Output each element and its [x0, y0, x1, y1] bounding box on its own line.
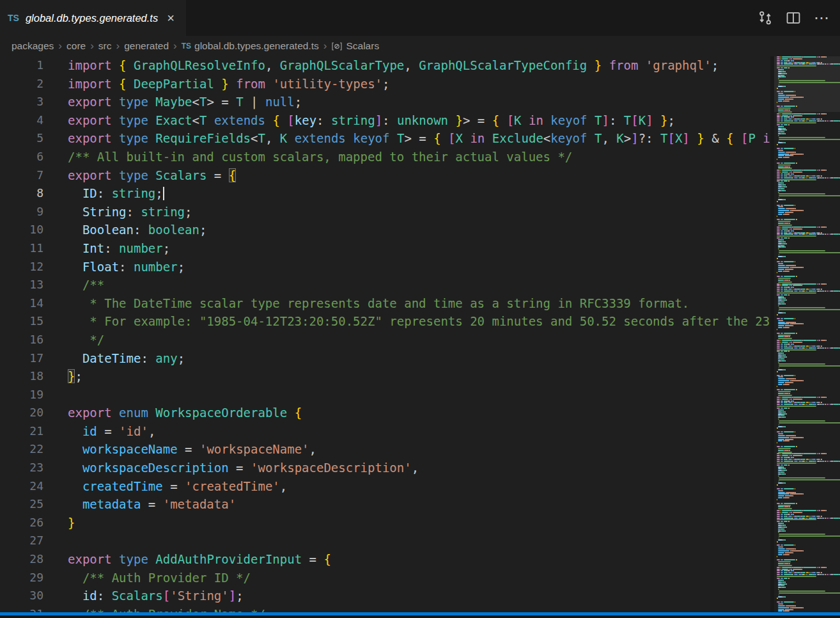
code-text: workspaceDescription = 'workspaceDescrip… — [68, 459, 419, 477]
code-text: Float: number; — [68, 258, 185, 276]
breadcrumb: packages › core › src › generated › TS g… — [0, 36, 840, 56]
line-number[interactable]: 8 — [0, 184, 43, 203]
line-number[interactable]: 15 — [0, 312, 43, 331]
typescript-file-icon: TS — [8, 13, 19, 23]
line-number[interactable]: 13 — [0, 276, 43, 294]
code-line[interactable]: 31 /** Auth Provider Name */ — [0, 605, 770, 612]
code-line[interactable]: 22 workspaceName = 'workspaceName', — [0, 440, 770, 459]
split-editor-icon — [786, 10, 801, 26]
code-line[interactable]: 2import { DeepPartial } from 'utility-ty… — [0, 75, 770, 93]
breadcrumb-item-packages[interactable]: packages — [12, 40, 54, 52]
code-line[interactable]: 14 * The DateTime scalar type represents… — [0, 294, 770, 313]
code-text: } — [68, 514, 75, 532]
line-number[interactable]: 20 — [0, 404, 43, 422]
breadcrumb-item-file[interactable]: TS global.db.types.generated.ts — [182, 40, 319, 52]
line-number[interactable]: 18 — [0, 367, 43, 386]
code-text: export type Maybe<T> = T | null; — [68, 93, 302, 111]
line-number[interactable]: 21 — [0, 422, 43, 441]
line-number[interactable]: 24 — [0, 477, 43, 496]
line-number[interactable]: 29 — [0, 569, 43, 587]
code-line[interactable]: 11 Int: number; — [0, 239, 770, 258]
line-number[interactable]: 31 — [0, 605, 43, 612]
code-line[interactable]: 23 workspaceDescription = 'workspaceDesc… — [0, 459, 770, 477]
line-number[interactable]: 17 — [0, 349, 43, 368]
line-number[interactable]: 9 — [0, 203, 43, 221]
code-line[interactable]: 10 Boolean: boolean; — [0, 221, 770, 239]
code-text: Int: number; — [68, 239, 170, 258]
line-number[interactable]: 3 — [0, 93, 43, 111]
line-number[interactable]: 19 — [0, 386, 43, 404]
line-number[interactable]: 2 — [0, 75, 43, 93]
open-changes-button[interactable] — [758, 10, 773, 26]
line-number[interactable]: 7 — [0, 166, 43, 185]
code-line[interactable]: 18}; — [0, 367, 770, 386]
line-number[interactable]: 23 — [0, 459, 43, 477]
code-text: * For example: "1985-04-12T23:20:50.52Z"… — [68, 312, 770, 331]
code-line[interactable]: 30 id: Scalars['String']; — [0, 587, 770, 605]
code-line[interactable]: 12 Float: number; — [0, 258, 770, 276]
code-line[interactable]: 8 ID: string; — [0, 184, 770, 203]
minimap-slider[interactable] — [774, 56, 840, 112]
tab-global-db-types-generated[interactable]: TS global.db.types.generated.ts × — [0, 0, 186, 36]
code-line[interactable]: 16 */ — [0, 331, 770, 349]
line-number[interactable]: 28 — [0, 550, 43, 569]
split-editor-button[interactable] — [786, 10, 801, 26]
code-text: metadata = 'metadata' — [68, 495, 236, 514]
line-number[interactable]: 30 — [0, 587, 43, 605]
more-actions-icon: ⋯ — [814, 10, 830, 26]
code-line[interactable]: 15 * For example: "1985-04-12T23:20:50.5… — [0, 312, 770, 331]
line-number[interactable]: 25 — [0, 495, 43, 514]
code-line[interactable]: 9 String: string; — [0, 203, 770, 221]
line-number[interactable]: 4 — [0, 111, 43, 130]
line-number[interactable]: 12 — [0, 258, 43, 276]
code-line[interactable]: 17 DateTime: any; — [0, 349, 770, 368]
minimap[interactable] — [770, 56, 840, 612]
code-line[interactable]: 5export type RequireFields<T, K extends … — [0, 129, 770, 148]
breadcrumb-item-core[interactable]: core — [66, 40, 86, 52]
chevron-right-icon: › — [86, 40, 98, 52]
code-line[interactable]: 1import { GraphQLResolveInfo, GraphQLSca… — [0, 56, 770, 75]
code-text: import { GraphQLResolveInfo, GraphQLScal… — [68, 56, 719, 75]
editor[interactable]: 1import { GraphQLResolveInfo, GraphQLSca… — [0, 56, 770, 612]
code-text: id: Scalars['String']; — [68, 587, 244, 605]
code-line[interactable]: 28export type AddAuthProviderInput = { — [0, 550, 770, 569]
code-line[interactable]: 7export type Scalars = { — [0, 166, 770, 185]
line-number[interactable]: 22 — [0, 440, 43, 459]
line-number[interactable]: 1 — [0, 56, 43, 75]
code-text: ID: string; — [68, 184, 164, 203]
more-actions-button[interactable]: ⋯ — [814, 10, 830, 26]
text-cursor — [163, 187, 164, 200]
line-number[interactable]: 27 — [0, 532, 43, 550]
breadcrumb-item-src[interactable]: src — [98, 40, 112, 52]
code-line[interactable]: 19 — [0, 386, 770, 404]
code-text: export type AddAuthProviderInput = { — [68, 550, 331, 569]
line-number[interactable]: 16 — [0, 331, 43, 349]
code-line[interactable]: 21 id = 'id', — [0, 422, 770, 441]
code-text: export type Exact<T extends { [key: stri… — [68, 111, 675, 130]
code-line[interactable]: 20export enum WorkspaceOrderable { — [0, 404, 770, 422]
code-line[interactable]: 4export type Exact<T extends { [key: str… — [0, 111, 770, 130]
code-line[interactable]: 13 /** — [0, 276, 770, 294]
chevron-right-icon: › — [112, 40, 125, 52]
code-text: Boolean: boolean; — [68, 221, 206, 239]
code-text: export enum WorkspaceOrderable { — [68, 404, 302, 422]
code-line[interactable]: 6/** All built-in and custom scalars, ma… — [0, 148, 770, 166]
code-line[interactable]: 29 /** Auth Provider ID */ — [0, 569, 770, 587]
code-line[interactable]: 26} — [0, 514, 770, 532]
line-number[interactable]: 11 — [0, 239, 43, 258]
breadcrumb-item-scalars[interactable]: Scalars — [331, 40, 379, 52]
line-number[interactable]: 26 — [0, 514, 43, 532]
line-number[interactable]: 14 — [0, 294, 43, 313]
close-icon[interactable]: × — [164, 10, 177, 26]
line-number[interactable]: 5 — [0, 129, 43, 148]
chevron-right-icon: › — [169, 40, 182, 52]
code-line[interactable]: 27 — [0, 532, 770, 550]
code-text: /** Auth Provider ID */ — [68, 569, 251, 587]
line-number[interactable]: 6 — [0, 148, 43, 166]
breadcrumb-item-generated[interactable]: generated — [124, 40, 169, 52]
line-number[interactable]: 10 — [0, 221, 43, 239]
code-text: /** — [68, 276, 104, 294]
code-line[interactable]: 24 createdTime = 'createdTime', — [0, 477, 770, 496]
code-line[interactable]: 25 metadata = 'metadata' — [0, 495, 770, 514]
code-line[interactable]: 3export type Maybe<T> = T | null; — [0, 93, 770, 111]
